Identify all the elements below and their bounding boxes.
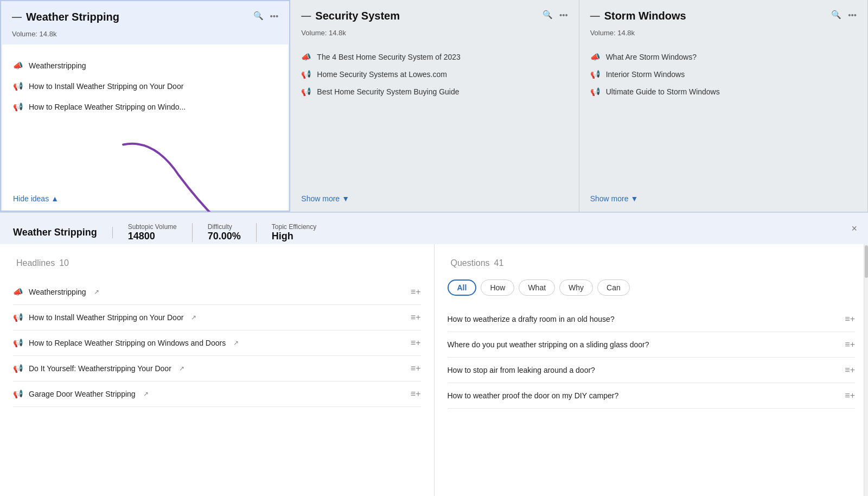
add-question-2[interactable]: ≡+ [845,340,855,349]
question-item-3: How to stop air from leaking around a do… [448,358,856,383]
search-icon-security[interactable]: 🔍 [542,10,553,20]
external-link-icon-h1[interactable]: ↗ [94,288,99,296]
filter-why[interactable]: Why [559,279,593,296]
external-link-icon-h4[interactable]: ↗ [179,365,184,372]
security-item-1: 📣 The 4 Best Home Security System of 202… [301,52,567,62]
detail-panel: Weather Stripping Subtopic Volume 14800 … [0,212,868,244]
headline-text-1: Weatherstripping [29,288,86,296]
question-filters: All How What Why Can [448,279,856,296]
add-to-brief-h1[interactable]: ≡+ [411,287,421,297]
question-item-2: Where do you put weather stripping on a … [448,332,856,358]
external-link-icon-h2[interactable]: ↗ [191,314,196,321]
collapse-icon-security[interactable]: — [301,10,311,22]
question-item-4: How to weather proof the door on my DIY … [448,383,856,409]
collapse-icon-storm[interactable]: — [590,10,600,22]
detail-subtopic-volume: Subtopic Volume 14800 [128,223,193,242]
external-link-icon-h5[interactable]: ↗ [143,390,149,398]
headline-item-1: 📣 Weatherstripping ↗ ≡+ [13,279,421,305]
megaphone-blue-storm-3: 📢 [590,87,601,97]
card-volume-security: Volume: 14.8k [290,29,578,43]
security-card-content: 📣 The 4 Best Home Security System of 202… [290,43,578,186]
idea-text-1: Weatherstripping [29,61,86,70]
show-more-security[interactable]: Show more ▼ [290,186,578,212]
question-text-2: Where do you put weather stripping on a … [448,340,649,349]
headline-text-5: Garage Door Weather Stripping [29,390,136,398]
card-title-weather: Weather Stripping [26,11,119,23]
card-volume-storm: Volume: 14.8k [579,29,867,43]
search-icon-storm[interactable]: 🔍 [831,10,841,20]
megaphone-green-h1: 📣 [13,287,23,297]
add-to-brief-h2[interactable]: ≡+ [411,313,421,322]
question-text-3: How to stop air from leaking around a do… [448,366,595,374]
detail-close-button[interactable]: × [851,223,857,234]
idea-item-1: 📣 Weatherstripping [13,55,277,76]
scrollbar-track[interactable] [864,244,868,496]
headlines-title: Headlines10 [13,257,421,269]
filter-all[interactable]: All [448,279,477,296]
headline-text-4: Do It Yourself: Weatherstripping Your Do… [29,364,171,373]
add-to-brief-h5[interactable]: ≡+ [411,389,421,399]
add-to-brief-h4[interactable]: ≡+ [411,364,421,373]
scrollbar-thumb[interactable] [865,245,868,278]
questions-column: Questions41 All How What Why Can How to … [435,244,869,496]
headline-item-2: 📢 How to Install Weather Stripping on Yo… [13,305,421,330]
security-text-1: The 4 Best Home Security System of 2023 [317,53,461,61]
card-header-security: — Security System 🔍 ••• [290,0,578,29]
security-system-card: — Security System 🔍 ••• Volume: 14.8k 📣 … [290,0,579,212]
storm-item-3: 📢 Ultimate Guide to Storm Windows [590,87,857,97]
idea-item-2: 📢 How to Install Weather Stripping on Yo… [13,76,277,97]
card-title-security: Security System [315,10,400,22]
security-item-2: 📢 Home Security Systems at Lowes.com [301,69,567,79]
megaphone-green-storm-1: 📣 [590,52,601,62]
question-item-1: How to weatherize a drafty room in an ol… [448,307,856,332]
filter-what[interactable]: What [519,279,555,296]
keyword-cards-section: — Weather Stripping 🔍 ••• Volume: 14.8k … [0,0,868,212]
card-volume-weather: Volume: 14.8k [1,30,289,44]
megaphone-blue-h5: 📢 [13,389,23,399]
storm-text-1: What Are Storm Windows? [606,53,697,61]
card-header-storm: — Storm Windows 🔍 ••• [579,0,867,29]
idea-text-2: How to Install Weather Stripping on Your… [29,82,183,91]
security-item-3: 📢 Best Home Security System Buying Guide [301,87,567,97]
megaphone-blue-storm-2: 📢 [590,69,601,79]
external-link-icon-h3[interactable]: ↗ [233,339,239,347]
headline-item-4: 📢 Do It Yourself: Weatherstripping Your … [13,356,421,381]
search-icon-weather[interactable]: 🔍 [253,11,264,21]
megaphone-green-icon-1: 📣 [13,61,23,71]
collapse-icon[interactable]: — [12,11,22,23]
more-icon-weather[interactable]: ••• [270,11,279,21]
show-more-storm[interactable]: Show more ▼ [579,186,867,212]
more-icon-security[interactable]: ••• [559,10,568,20]
question-text-4: How to weather proof the door on my DIY … [448,391,619,400]
storm-windows-card: — Storm Windows 🔍 ••• Volume: 14.8k 📣 Wh… [579,0,868,212]
security-text-3: Best Home Security System Buying Guide [317,87,459,96]
card-header-weather: — Weather Stripping 🔍 ••• [1,1,289,30]
more-icon-storm[interactable]: ••• [848,10,857,20]
detail-efficiency: Topic Efficiency High [272,223,331,242]
megaphone-blue-h2: 📢 [13,313,23,322]
add-question-3[interactable]: ≡+ [845,365,855,375]
add-question-4[interactable]: ≡+ [845,391,855,400]
add-question-1[interactable]: ≡+ [845,314,855,324]
headline-item-3: 📢 How to Replace Weather Stripping on Wi… [13,330,421,356]
headline-text-3: How to Replace Weather Stripping on Wind… [29,339,226,347]
megaphone-green-sec-1: 📣 [301,52,311,62]
hide-ideas-button[interactable]: Hide ideas ▲ [13,187,277,203]
megaphone-blue-h3: 📢 [13,338,23,348]
filter-can[interactable]: Can [597,279,630,296]
add-to-brief-h3[interactable]: ≡+ [411,338,421,348]
detail-difficulty: Difficulty 70.00% [208,223,257,242]
filter-how[interactable]: How [481,279,514,296]
storm-text-2: Interior Storm Windows [606,70,685,79]
storm-item-2: 📢 Interior Storm Windows [590,69,857,79]
question-text-1: How to weatherize a drafty room in an ol… [448,315,615,323]
megaphone-blue-h4: 📢 [13,364,23,373]
headline-text-2: How to Install Weather Stripping on Your… [29,313,183,322]
megaphone-blue-icon-3: 📢 [13,102,23,112]
headline-item-5: 📢 Garage Door Weather Stripping ↗ ≡+ [13,381,421,407]
security-text-2: Home Security Systems at Lowes.com [317,70,447,79]
megaphone-blue-sec-3: 📢 [301,87,311,97]
megaphone-blue-sec-2: 📢 [301,69,311,79]
idea-item-3: 📢 How to Replace Weather Stripping on Wi… [13,97,277,117]
questions-title: Questions41 [448,257,856,269]
